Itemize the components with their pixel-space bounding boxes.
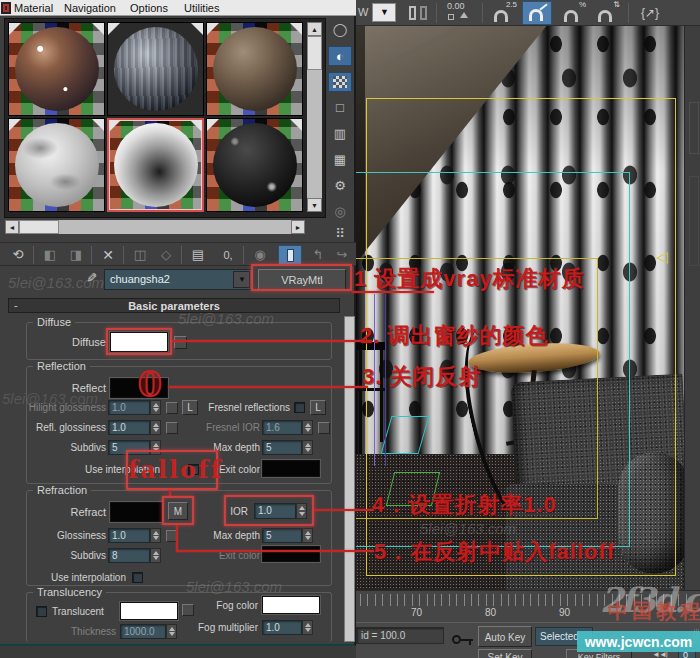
reset-material-icon[interactable]: ✕ [96, 245, 120, 265]
refl-subdivs-field[interactable]: 5 [108, 440, 150, 455]
scrollbar-thumb[interactable] [19, 220, 59, 234]
hilight-lock-button[interactable]: L [182, 400, 198, 415]
align-button[interactable]: 0.00 [442, 1, 476, 24]
go-to-sibling-icon[interactable]: ↪ [330, 245, 354, 265]
key-filters-button[interactable]: Key Filters [566, 649, 632, 658]
material-name-dropdown[interactable]: chuangsha2 ▼ [104, 269, 252, 290]
sample-slot-3[interactable] [206, 22, 303, 116]
slots-horizontal-scrollbar[interactable]: ◄ ► [5, 220, 305, 234]
hilight-glossiness-map-button[interactable] [166, 402, 178, 414]
fresnel-ior-spinner[interactable] [302, 420, 313, 435]
refl-subdivs-spinner[interactable] [150, 440, 161, 455]
set-key-button[interactable]: Set Key [478, 649, 532, 658]
refr-subdivs-spinner[interactable] [150, 548, 161, 563]
get-material-icon[interactable]: ⟲ [6, 245, 30, 265]
mirror-button[interactable] [404, 2, 432, 24]
ior-field[interactable]: 1.0 [254, 503, 296, 519]
scroll-right-icon[interactable]: ► [291, 220, 305, 234]
sample-type-icon[interactable]: ◯ [328, 20, 352, 40]
refl-max-depth-field[interactable]: 5 [262, 440, 302, 455]
diffuse-color-swatch[interactable] [110, 332, 168, 352]
keyboard-override-button[interactable]: {↗} [634, 3, 666, 23]
refl-use-interpolation-checkbox[interactable] [188, 464, 199, 475]
ior-spinner[interactable] [296, 503, 307, 519]
make-copy-icon[interactable]: ◫ [128, 245, 152, 265]
thickness-spinner[interactable] [166, 624, 177, 639]
rollout-header[interactable]: - Basic parameters [8, 298, 340, 313]
refl-glossiness-map-button[interactable] [166, 422, 178, 434]
make-preview-icon[interactable]: ▦ [328, 150, 352, 170]
hilight-glossiness-spinner[interactable] [150, 400, 161, 415]
refr-glossiness-spinner[interactable] [150, 528, 161, 543]
refr-use-interpolation-checkbox[interactable] [132, 572, 143, 583]
refr-max-depth-spinner[interactable] [302, 528, 313, 543]
show-end-result-toggle[interactable] [278, 245, 302, 265]
fresnel-ior-field[interactable]: 1.6 [262, 420, 302, 435]
assign-material-icon[interactable]: ◨ [64, 245, 88, 265]
go-to-parent-icon[interactable]: ↰ [306, 245, 330, 265]
sample-uv-tiling-icon[interactable]: □ [328, 98, 352, 118]
refl-max-depth-spinner[interactable] [302, 440, 313, 455]
viewport[interactable]: ◁ [356, 26, 684, 590]
show-map-in-viewport-icon[interactable]: ◉ [248, 245, 272, 265]
fog-color-swatch[interactable] [262, 596, 320, 614]
material-type-button[interactable]: VRayMtl [258, 269, 346, 290]
refl-exit-color-swatch[interactable] [262, 460, 320, 477]
refl-glossiness-spinner[interactable] [150, 420, 161, 435]
put-material-to-scene-icon[interactable]: ◧ [38, 245, 62, 265]
auto-key-button[interactable]: Auto Key [478, 626, 532, 647]
sample-slot-1[interactable] [8, 22, 105, 116]
menu-item-options[interactable]: Options [130, 2, 168, 14]
refr-glossiness-map-button[interactable] [166, 530, 178, 542]
refract-color-swatch[interactable] [110, 502, 162, 522]
snaps-toggle-button[interactable]: 2.5 [488, 1, 518, 25]
menu-item-material[interactable]: Material [14, 2, 53, 14]
menu-item-utilities[interactable]: Utilities [184, 2, 219, 14]
sample-slot-4[interactable] [8, 118, 105, 212]
diffuse-map-button[interactable] [174, 336, 187, 349]
refr-max-depth-field[interactable]: 5 [262, 528, 302, 543]
slots-vertical-scrollbar[interactable]: ▲ ▼ [307, 22, 322, 212]
go-to-start-icon[interactable]: ◄◄| [652, 650, 667, 658]
selected-filter-dropdown[interactable]: Selected [535, 627, 593, 646]
angle-snap-button[interactable] [522, 1, 552, 25]
timeline-ruler[interactable] [360, 594, 692, 606]
background-toggle[interactable] [328, 72, 352, 92]
fresnel-reflections-checkbox[interactable] [294, 402, 305, 413]
fresnel-ior-map-button[interactable] [318, 422, 330, 434]
refl-glossiness-field[interactable]: 1.0 [108, 420, 150, 435]
scroll-down-icon[interactable]: ▼ [307, 198, 322, 212]
backlight-icon[interactable]: ◐ [328, 46, 352, 66]
translucent-checkbox[interactable] [36, 606, 47, 617]
percent-snap-button[interactable]: % [558, 1, 588, 25]
params-scrollbar[interactable] [344, 316, 355, 642]
material-navigator-icon[interactable]: ⠿ [328, 224, 352, 244]
grip-handle[interactable] [694, 629, 695, 643]
options-icon[interactable]: ⚙ [328, 176, 352, 196]
sample-slot-2[interactable] [107, 22, 204, 116]
dropdown-button[interactable]: ▼ [233, 271, 250, 288]
fog-multiplier-field[interactable]: 1.0 [262, 620, 302, 635]
put-to-library-icon[interactable]: ▤ [186, 245, 210, 265]
named-selection-dropdown[interactable]: ▼ [372, 3, 396, 22]
video-color-check-icon[interactable]: ▥ [328, 124, 352, 144]
sample-slot-5-selected[interactable] [107, 118, 204, 212]
frame-number-field[interactable]: 0 [678, 648, 696, 658]
hilight-glossiness-field[interactable]: 1.0 [108, 400, 150, 415]
reflect-color-swatch[interactable] [110, 378, 168, 398]
refr-glossiness-field[interactable]: 1.0 [108, 528, 150, 543]
translucent-color-swatch[interactable] [120, 602, 178, 620]
select-by-material-icon[interactable]: ◎ [328, 202, 352, 222]
menu-item-navigation[interactable]: Navigation [64, 2, 116, 14]
material-id-channel-button[interactable]: 0, [216, 245, 240, 265]
refract-map-button[interactable]: M [168, 502, 188, 520]
spinner-snap-button[interactable]: ⇅ [592, 1, 622, 25]
make-unique-icon[interactable]: ◇ [154, 245, 178, 265]
fog-multiplier-spinner[interactable] [302, 620, 313, 635]
thickness-field[interactable]: 1000.0 [120, 624, 166, 639]
fresnel-lock-button[interactable]: L [310, 400, 326, 415]
sample-slot-6[interactable] [206, 118, 303, 212]
scroll-left-icon[interactable]: ◄ [5, 220, 19, 234]
scroll-up-icon[interactable]: ▲ [307, 22, 322, 36]
refr-exit-color-swatch[interactable] [262, 546, 320, 562]
